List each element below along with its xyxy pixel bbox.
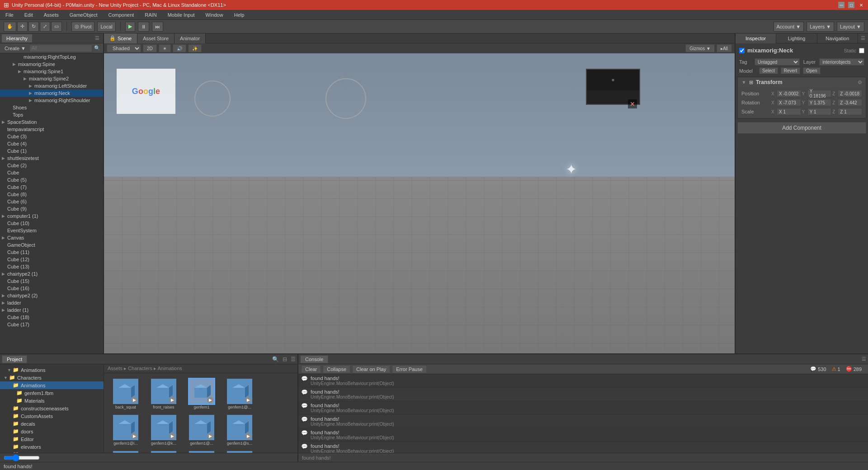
rot-y-input[interactable]: Y 1.375 xyxy=(807,99,832,106)
hierarchy-item[interactable]: Cube (2) xyxy=(0,162,103,169)
hierarchy-item[interactable]: Cube (11) xyxy=(0,249,103,256)
asset-item[interactable]: ▶ genfem1@s... xyxy=(184,449,220,453)
rect-tool[interactable]: ▭ xyxy=(51,22,62,32)
tree-item-decals[interactable]: 📁 decals xyxy=(0,420,104,428)
console-row[interactable]: 💬 found hands! UnityEngine.MonoBehaviour… xyxy=(298,401,868,415)
hierarchy-item[interactable]: tempavatarscript xyxy=(0,126,103,133)
hierarchy-item[interactable]: Cube (8) xyxy=(0,191,103,198)
layer-dropdown[interactable]: interiorobjects xyxy=(819,58,864,66)
static-checkbox[interactable] xyxy=(859,48,864,53)
audio-toggle[interactable]: 🔊 xyxy=(173,44,186,52)
project-menu-icon[interactable]: ☰ xyxy=(291,356,296,362)
project-filter-icon[interactable]: ⊟ xyxy=(283,356,287,362)
asset-item[interactable]: ▶ front_raises xyxy=(146,377,182,411)
tree-item-animations-root[interactable]: ▼ 📁 Animations xyxy=(0,366,104,374)
scale-tool[interactable]: ⤢ xyxy=(40,22,50,32)
tree-item-elevators[interactable]: 📁 elevators xyxy=(0,443,104,451)
hierarchy-item[interactable]: Cube (12) xyxy=(0,256,103,263)
hierarchy-item[interactable]: ▶ mixamorig:Spine xyxy=(0,61,103,68)
tab-lighting[interactable]: Lighting xyxy=(776,33,817,43)
hierarchy-item[interactable]: ▶ mixamorig:RightShoulder xyxy=(0,97,103,104)
pos-z-input[interactable]: Z -0.0018 xyxy=(838,90,862,97)
rot-z-input[interactable]: Z -3.442 xyxy=(838,99,862,106)
close-overlay-icon[interactable]: ✕ xyxy=(628,99,637,108)
hierarchy-search-icon[interactable]: 🔍 xyxy=(94,45,100,51)
tab-inspector[interactable]: Inspector xyxy=(736,33,776,43)
console-row[interactable]: 💬 found hands! UnityEngine.MonoBehaviour… xyxy=(298,442,868,453)
tree-item-editor[interactable]: 📁 Editor xyxy=(0,435,104,443)
menu-gameobject[interactable]: GameObject xyxy=(68,11,99,19)
hierarchy-item[interactable]: ▶ mixamorig:Spine2 xyxy=(0,75,103,82)
hierarchy-item[interactable]: Cube (9) xyxy=(0,205,103,212)
tree-item-doors[interactable]: 📁 doors xyxy=(0,428,104,435)
tree-item-customassets[interactable]: 📁 CustomAssets xyxy=(0,412,104,420)
tab-asset-store[interactable]: Asset Store xyxy=(137,33,175,43)
hierarchy-item[interactable]: Cube (18) xyxy=(0,314,103,321)
hierarchy-item[interactable]: Cube (17) xyxy=(0,321,103,328)
hierarchy-item[interactable]: ▶ chairtype2 (2) xyxy=(0,292,103,299)
gizmos-button[interactable]: Gizmos ▼ xyxy=(685,44,715,52)
account-button[interactable]: Account ▼ xyxy=(774,22,804,32)
hierarchy-item[interactable]: ▶ mixamorig:Spine1 xyxy=(0,68,103,75)
hierarchy-search-input[interactable] xyxy=(29,45,92,52)
hierarchy-item[interactable]: mixamorig:RightTopLeg xyxy=(0,53,103,61)
hierarchy-item[interactable]: GameObject xyxy=(0,241,103,249)
menu-assets[interactable]: Assets xyxy=(42,11,61,19)
hierarchy-create-button[interactable]: Create ▼ xyxy=(3,45,28,52)
local-button[interactable]: Local xyxy=(97,22,115,32)
console-row[interactable]: 💬 found hands! UnityEngine.MonoBehaviour… xyxy=(298,374,868,388)
collapse-button[interactable]: Collapse xyxy=(323,365,350,373)
menu-edit[interactable]: Edit xyxy=(23,11,35,19)
console-menu-icon[interactable]: ☰ xyxy=(862,356,866,362)
hierarchy-item[interactable]: Cube (5) xyxy=(0,176,103,183)
hierarchy-item[interactable]: Cube xyxy=(0,169,103,176)
hierarchy-item[interactable]: ▶ chairtype2 (1) xyxy=(0,270,103,277)
minimize-button[interactable]: ─ xyxy=(838,2,844,8)
tab-console[interactable]: Console xyxy=(300,355,328,363)
tag-dropdown[interactable]: Untagged xyxy=(755,58,800,66)
tab-navigation[interactable]: Navigation xyxy=(817,33,858,43)
hierarchy-item[interactable]: Tops xyxy=(0,111,103,118)
hierarchy-item[interactable]: ▶ SpaceStation xyxy=(0,118,103,126)
hierarchy-item[interactable]: Cube (13) xyxy=(0,263,103,270)
tree-item-animations[interactable]: 📁 Animations xyxy=(0,381,104,389)
tab-animator[interactable]: Animator xyxy=(175,33,206,43)
sc-y-input[interactable]: Y 1 xyxy=(807,108,832,115)
transform-section-header[interactable]: ▼ ⊞ Transform ⚙ xyxy=(738,77,866,87)
hierarchy-item[interactable]: Cube (16) xyxy=(0,285,103,292)
2d-button[interactable]: 2D xyxy=(143,44,157,52)
transform-settings-icon[interactable]: ⚙ xyxy=(858,80,862,85)
hierarchy-tab[interactable]: Hierarchy xyxy=(2,34,32,42)
console-row[interactable]: 💬 found hands! UnityEngine.MonoBehaviour… xyxy=(298,388,868,401)
asset-item[interactable]: ▶ genfem1@t... xyxy=(222,449,258,453)
scene-3d[interactable]: G o o g l e xyxy=(104,53,735,362)
sc-z-input[interactable]: Z 1 xyxy=(838,108,862,115)
layout-button[interactable]: Layout ▼ xyxy=(837,22,864,32)
title-controls[interactable]: ─ □ ✕ xyxy=(838,2,864,8)
tab-scene[interactable]: 🔒 Scene xyxy=(104,33,137,43)
asset-item[interactable]: ▶ genfem1@i... xyxy=(108,413,144,447)
play-button[interactable]: ▶ xyxy=(125,22,135,32)
menu-help[interactable]: Help xyxy=(232,11,246,19)
hierarchy-item[interactable]: Cube (15) xyxy=(0,277,103,285)
revert-button[interactable]: Revert xyxy=(781,67,800,74)
console-row[interactable]: 💬 found hands! UnityEngine.MonoBehaviour… xyxy=(298,428,868,442)
clear-on-play-button[interactable]: Clear on Play xyxy=(352,365,390,373)
error-pause-button[interactable]: Error Pause xyxy=(392,365,427,373)
rot-x-input[interactable]: X -7.073 xyxy=(777,99,801,106)
asset-size-slider[interactable] xyxy=(4,454,40,461)
sc-x-input[interactable]: X 1 xyxy=(777,108,801,115)
right-panel-menu-icon[interactable]: ☰ xyxy=(858,35,868,41)
hierarchy-item[interactable]: ▶ computer1 (1) xyxy=(0,212,103,220)
asset-item[interactable]: ▶ genfem1@s... xyxy=(222,413,258,447)
pos-x-input[interactable]: X -0.0002 xyxy=(777,90,801,97)
hierarchy-item[interactable]: ▶ Canvas xyxy=(0,234,103,241)
hand-tool[interactable]: ✋ xyxy=(4,22,16,32)
hierarchy-item[interactable]: ▶ mixamorig:LeftShoulder xyxy=(0,82,103,89)
hierarchy-item[interactable]: Cube (4) xyxy=(0,140,103,147)
hierarchy-item[interactable]: ▶ mixamorig:Neck xyxy=(0,89,103,97)
scene-view[interactable]: Shaded 2D ☀ 🔊 ✨ Gizmos ▼ ▸All xyxy=(104,43,735,362)
asset-item[interactable]: ▶ genfem1@s... xyxy=(146,449,182,453)
lighting-toggle[interactable]: ☀ xyxy=(159,44,171,52)
add-component-button[interactable]: Add Component xyxy=(737,122,866,134)
